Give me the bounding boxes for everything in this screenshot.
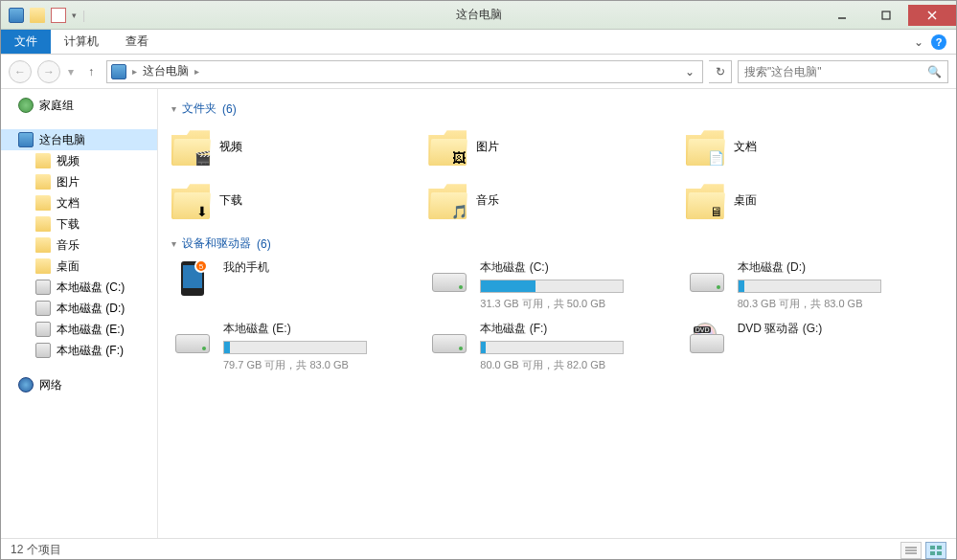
sidebar-item-label: 下载: [57, 216, 80, 233]
folder-item[interactable]: 📄文档: [686, 124, 943, 168]
folder-icon: ⬇: [171, 181, 210, 219]
up-button[interactable]: ↑: [81, 62, 101, 81]
device-label: 我的手机: [223, 259, 409, 276]
chevron-right-icon[interactable]: ▸: [194, 66, 199, 77]
sidebar-item[interactable]: 音乐: [1, 235, 157, 256]
status-text: 12 个项目: [11, 542, 61, 558]
sidebar-item-label: 本地磁盘 (D:): [57, 301, 125, 317]
sidebar-item[interactable]: 本地磁盘 (F:): [1, 340, 157, 361]
chevron-right-icon[interactable]: ▸: [132, 66, 137, 77]
history-dropdown[interactable]: ▾: [66, 65, 76, 78]
capacity-bar: [223, 341, 367, 354]
forward-button[interactable]: →: [37, 60, 60, 83]
sidebar-network[interactable]: 网络: [1, 374, 157, 395]
folder-item[interactable]: 🖥桌面: [686, 178, 943, 222]
collapse-icon: ▾: [171, 103, 176, 114]
status-bar: 12 个项目: [1, 538, 956, 560]
quick-access-toolbar: ▾ |: [1, 8, 93, 23]
sidebar-item-label: 桌面: [57, 258, 80, 275]
drive-icon: [35, 322, 51, 337]
folder-icon: [35, 195, 51, 211]
folder-item[interactable]: 🎬视频: [171, 124, 428, 168]
sidebar-item-label: 本地磁盘 (C:): [57, 280, 125, 296]
address-dropdown[interactable]: ⌄: [681, 65, 698, 78]
close-button[interactable]: [908, 5, 956, 26]
view-tiles-button[interactable]: [925, 542, 946, 559]
dvd-item[interactable]: DVDDVD 驱动器 (G:): [686, 321, 943, 372]
view-details-button[interactable]: [900, 542, 922, 559]
folder-label: 文档: [734, 139, 757, 155]
search-icon[interactable]: 🔍: [927, 65, 942, 78]
back-button[interactable]: ←: [9, 60, 32, 83]
maximize-button[interactable]: [864, 5, 908, 26]
group-title: 文件夹: [182, 101, 216, 117]
help-icon[interactable]: ?: [931, 34, 946, 50]
drive-icon: [428, 259, 470, 294]
folder-item[interactable]: 🎵音乐: [428, 178, 685, 222]
group-title: 设备和驱动器: [182, 235, 251, 252]
addressbar-icon: [111, 64, 126, 79]
folder-item[interactable]: 🖼图片: [428, 124, 685, 168]
qat-icon-1[interactable]: [30, 8, 45, 23]
sidebar-item[interactable]: 桌面: [1, 256, 157, 277]
search-input[interactable]: [744, 65, 927, 78]
dvd-icon: DVD: [686, 321, 728, 355]
device-label: DVD 驱动器 (G:): [738, 321, 923, 337]
device-label: 本地磁盘 (E:): [223, 321, 409, 337]
folder-item[interactable]: ⬇下载: [171, 178, 428, 222]
capacity-bar: [480, 280, 624, 293]
group-header-folders[interactable]: ▾ 文件夹 (6): [171, 101, 943, 117]
ribbon-tab[interactable]: 文件: [1, 30, 51, 54]
folder-icon: 🖥: [686, 181, 724, 219]
sidebar-item-label: 这台电脑: [39, 132, 85, 148]
svg-rect-1: [882, 11, 890, 19]
ribbon-tab[interactable]: 查看: [112, 30, 162, 54]
sidebar-this-pc[interactable]: 这台电脑: [1, 129, 157, 150]
sidebar-item[interactable]: 本地磁盘 (C:): [1, 277, 157, 298]
folder-label: 图片: [476, 139, 499, 155]
sidebar-item[interactable]: 图片: [1, 171, 157, 192]
sidebar-item[interactable]: 下载: [1, 213, 157, 235]
drive-item[interactable]: 本地磁盘 (E:)79.7 GB 可用，共 83.0 GB: [171, 321, 428, 372]
drive-item[interactable]: 本地磁盘 (D:)80.3 GB 可用，共 83.0 GB: [686, 259, 943, 311]
search-box[interactable]: 🔍: [738, 60, 948, 83]
folder-icon: [35, 153, 51, 168]
folder-label: 桌面: [734, 192, 757, 209]
drive-icon: [35, 280, 51, 295]
group-count: (6): [257, 237, 271, 251]
group-header-devices[interactable]: ▾ 设备和驱动器 (6): [171, 235, 943, 252]
system-icon: [9, 8, 24, 23]
capacity-text: 31.3 GB 可用，共 50.0 GB: [480, 297, 666, 311]
sidebar-item-label: 家庭组: [39, 98, 74, 114]
svg-rect-10: [937, 551, 942, 555]
sidebar-item[interactable]: 文档: [1, 192, 157, 213]
sidebar-item[interactable]: 本地磁盘 (E:): [1, 319, 157, 340]
sidebar-item[interactable]: 本地磁盘 (D:): [1, 298, 157, 319]
drive-item[interactable]: 本地磁盘 (F:)80.0 GB 可用，共 82.0 GB: [428, 321, 685, 372]
folder-icon: 🎬: [171, 127, 210, 166]
minimize-button[interactable]: [820, 5, 864, 26]
navigation-pane: 家庭组 这台电脑 视频图片文档下载音乐桌面本地磁盘 (C:)本地磁盘 (D:)本…: [1, 89, 158, 538]
folder-icon: [35, 216, 51, 232]
breadcrumb[interactable]: 这台电脑: [143, 63, 189, 79]
ribbon-tab[interactable]: 计算机: [51, 30, 112, 54]
sidebar-homegroup[interactable]: 家庭组: [1, 95, 157, 116]
folder-icon: [35, 174, 51, 190]
qat-dropdown[interactable]: ▾: [72, 11, 77, 20]
computer-icon: [18, 132, 34, 147]
drive-icon: [428, 321, 470, 355]
drive-item[interactable]: 本地磁盘 (C:)31.3 GB 可用，共 50.0 GB: [428, 259, 685, 311]
sidebar-item-label: 音乐: [57, 237, 80, 254]
folder-icon: [35, 258, 51, 274]
phone-item[interactable]: 5我的手机: [171, 259, 428, 311]
capacity-bar: [738, 280, 881, 293]
sidebar-item[interactable]: 视频: [1, 150, 157, 171]
homegroup-icon: [18, 98, 34, 113]
qat-icon-2[interactable]: [51, 8, 66, 23]
refresh-button[interactable]: ↻: [709, 60, 732, 83]
titlebar: ▾ | 这台电脑: [1, 1, 956, 30]
sidebar-item-label: 本地磁盘 (F:): [57, 343, 124, 359]
ribbon-expand-button[interactable]: ⌄: [914, 35, 923, 49]
address-bar[interactable]: ▸ 这台电脑 ▸ ⌄: [106, 60, 703, 83]
folder-icon: 🖼: [428, 127, 467, 166]
